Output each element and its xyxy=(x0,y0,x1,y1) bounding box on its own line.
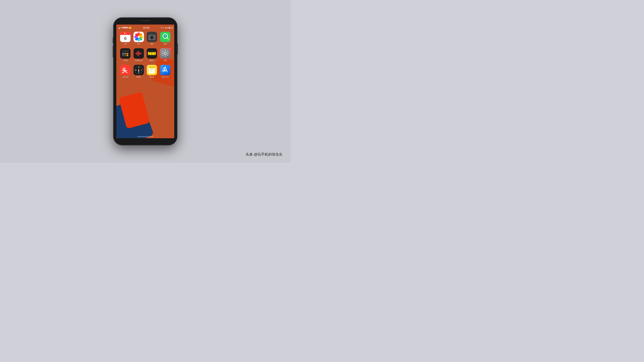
app-label-toutiao: 今日头条 xyxy=(122,76,128,78)
svg-rect-52 xyxy=(162,53,163,54)
svg-rect-26 xyxy=(124,55,126,56)
cal-header: 周二 xyxy=(120,32,130,35)
signal-bar-3 xyxy=(120,27,120,29)
app-item-notes[interactable]: 备忘录 xyxy=(146,65,158,78)
home-indicator xyxy=(137,136,153,137)
svg-rect-27 xyxy=(126,55,128,56)
app-label-notes: 备忘录 xyxy=(150,76,154,78)
app-icon-wrapper-measure xyxy=(147,48,157,59)
iphone-screen: 中国移动 📶 13:18 ⊕ ▲ 25% xyxy=(116,24,174,138)
status-time: 13:18 xyxy=(143,26,149,29)
svg-point-19 xyxy=(165,36,166,37)
svg-point-45 xyxy=(149,54,150,55)
svg-rect-56 xyxy=(162,54,164,56)
page-background: 中国移动 📶 13:18 ⊕ ▲ 25% xyxy=(0,0,290,163)
signal-bars xyxy=(118,27,120,29)
photos-icon xyxy=(134,32,144,42)
app-label-camera: 相机 xyxy=(150,43,154,45)
app-icon-wrapper-photos xyxy=(134,32,144,42)
svg-rect-50 xyxy=(165,50,166,51)
app-grid: 周二 6 日历 xyxy=(116,30,174,80)
voice-icon xyxy=(134,48,144,59)
svg-text:W: W xyxy=(135,69,137,71)
app-label-compass: 指南针 xyxy=(136,76,141,78)
app-label-photos: 照片 xyxy=(137,43,140,45)
app-icon-wrapper-calendar: 周二 6 xyxy=(120,32,130,42)
appstore-icon: 𝔸 xyxy=(160,65,170,75)
cal-day: 6 xyxy=(124,35,126,42)
app-item-compass[interactable]: N S W E 指南针 xyxy=(133,65,145,78)
app-item-calculator[interactable]: 计算器 xyxy=(120,48,131,62)
iphone-notch xyxy=(135,19,155,22)
settings-badge: 1 xyxy=(168,47,171,50)
svg-point-8 xyxy=(138,36,140,38)
svg-rect-22 xyxy=(122,53,124,54)
wifi-icon: 📶 xyxy=(129,27,131,29)
camera-icon xyxy=(147,32,157,42)
svg-point-16 xyxy=(154,35,155,36)
svg-text:N: N xyxy=(138,66,140,68)
compass-icon: ▲ xyxy=(163,27,164,28)
earpiece-speaker xyxy=(142,20,150,21)
svg-rect-53 xyxy=(167,53,169,54)
svg-rect-71 xyxy=(149,66,155,68)
svg-point-47 xyxy=(154,54,155,55)
svg-rect-23 xyxy=(124,53,126,54)
app-item-measure[interactable]: 测距仪 xyxy=(146,48,158,62)
svg-text:S: S xyxy=(138,72,140,74)
svg-rect-51 xyxy=(165,55,166,57)
status-bar: 中国移动 📶 13:18 ⊕ ▲ 25% xyxy=(116,24,174,30)
app-label-find: 查找 xyxy=(164,43,167,45)
battery-indicator xyxy=(169,27,172,29)
app-icon-wrapper-notes xyxy=(147,65,157,75)
calculator-icon xyxy=(120,48,130,59)
svg-rect-57 xyxy=(167,54,168,56)
app-item-find[interactable]: 查找 xyxy=(160,32,171,45)
signal-bar-1 xyxy=(118,28,119,29)
svg-text:E: E xyxy=(141,69,142,71)
svg-line-20 xyxy=(167,38,168,39)
svg-point-66 xyxy=(138,70,139,70)
app-icon-wrapper-settings: 1 xyxy=(160,48,170,59)
app-item-photos[interactable]: 照片 xyxy=(133,32,145,45)
svg-rect-25 xyxy=(122,55,124,56)
svg-rect-55 xyxy=(167,51,168,52)
app-icon-wrapper-camera xyxy=(147,32,157,42)
app-label-calendar: 日历 xyxy=(124,43,127,45)
status-right: ⊕ ▲ 25% xyxy=(161,27,172,29)
app-item-appstore[interactable]: 𝔸 App Store xyxy=(160,65,171,78)
status-left: 中国移动 📶 xyxy=(118,26,131,29)
notes-icon xyxy=(147,65,157,75)
battery-percent: 25% xyxy=(165,27,168,29)
app-label-appstore: App Store xyxy=(162,76,169,78)
app-item-calendar[interactable]: 周二 6 日历 xyxy=(120,32,131,45)
find-icon xyxy=(160,32,170,42)
svg-point-49 xyxy=(164,53,166,54)
svg-rect-15 xyxy=(150,34,152,35)
app-item-camera[interactable]: 相机 xyxy=(146,32,158,45)
signal-bar-4 xyxy=(120,27,120,29)
watermark: 头条 @玩手机的张先生 xyxy=(246,152,282,157)
carrier-name: 中国移动 xyxy=(121,26,128,29)
battery-icon xyxy=(169,27,172,29)
svg-rect-24 xyxy=(126,53,128,54)
app-icon-wrapper-toutiao: 头 xyxy=(120,65,130,75)
battery-fill xyxy=(169,27,170,28)
svg-rect-21 xyxy=(122,50,128,52)
app-icon-wrapper-find xyxy=(160,32,170,42)
app-icon-wrapper-compass: N S W E xyxy=(134,65,144,75)
svg-rect-54 xyxy=(162,51,164,52)
signal-bar-2 xyxy=(119,28,119,29)
app-label-measure: 测距仪 xyxy=(150,59,154,62)
app-label-settings: 设置 xyxy=(164,59,167,62)
app-item-toutiao[interactable]: 头 今日头条 xyxy=(120,65,131,78)
app-item-settings[interactable]: 1 设置 xyxy=(160,48,171,62)
app-item-voice[interactable]: 语音备忘录 xyxy=(133,48,145,62)
app-label-calculator: 计算器 xyxy=(123,59,128,62)
app-icon-wrapper-appstore: 𝔸 xyxy=(160,65,170,75)
front-camera xyxy=(140,20,141,21)
iphone-frame: 中国移动 📶 13:18 ⊕ ▲ 25% xyxy=(113,17,177,145)
svg-point-46 xyxy=(152,54,152,55)
location-icon: ⊕ xyxy=(161,27,162,28)
compass-icon-app: N S W E xyxy=(134,65,144,75)
